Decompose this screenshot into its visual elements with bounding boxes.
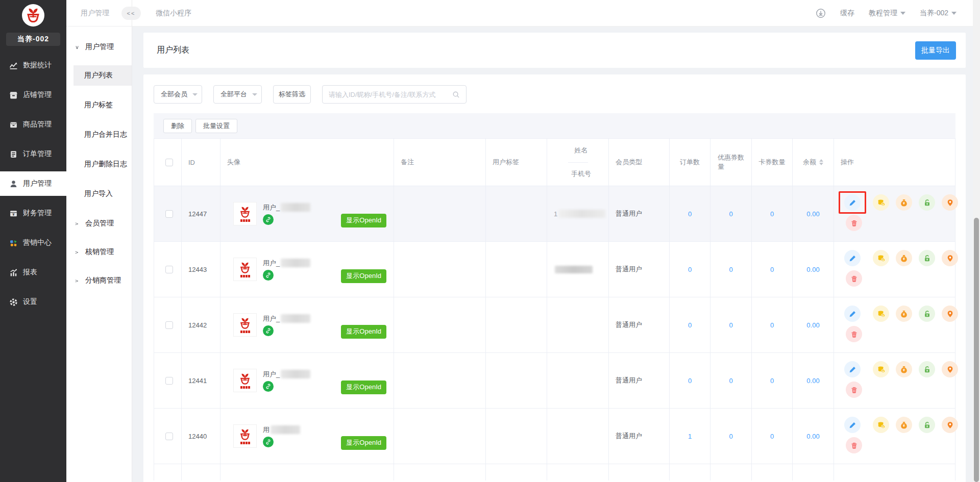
recharge-button[interactable]: ¥ — [873, 250, 889, 266]
link-icon[interactable] — [263, 270, 274, 281]
member-type-select[interactable]: 全部会员 — [154, 85, 202, 104]
cards-count-link[interactable]: 0 — [770, 377, 774, 385]
sidebar-item-reports[interactable]: 报表 — [0, 260, 66, 285]
cards-count-link[interactable]: 0 — [770, 266, 774, 273]
location-button[interactable] — [942, 194, 958, 211]
sidebar-item-finance[interactable]: ¥ 财务管理 — [0, 201, 66, 225]
edit-button[interactable] — [844, 194, 861, 211]
row-checkbox[interactable] — [165, 377, 173, 385]
lock-button[interactable] — [919, 417, 935, 433]
tree-group-distributor-management[interactable]: > 分销商管理 — [66, 270, 132, 291]
row-checkbox[interactable] — [165, 210, 173, 218]
delete-button[interactable] — [846, 437, 862, 453]
show-openid-button[interactable]: 显示OpenId — [341, 436, 386, 450]
edit-button[interactable] — [844, 306, 861, 322]
link-icon[interactable] — [263, 325, 274, 336]
location-button[interactable] — [942, 417, 958, 433]
balance-link[interactable]: 0.00 — [806, 210, 819, 218]
show-openid-button[interactable]: 显示OpenId — [341, 325, 386, 339]
lock-button[interactable] — [919, 306, 935, 322]
orders-count-link[interactable]: 0 — [688, 321, 692, 329]
balance-adjust-button[interactable]: ¥ — [896, 194, 912, 211]
download-button[interactable] — [816, 8, 826, 18]
search-input[interactable] — [329, 91, 452, 98]
avatar — [233, 202, 257, 225]
cards-count-link[interactable]: 0 — [770, 321, 774, 329]
collapse-sidebar-button[interactable]: << — [121, 7, 141, 20]
sidebar-item-orders[interactable]: 订单管理 — [0, 142, 66, 166]
location-button[interactable] — [942, 361, 958, 377]
delete-button[interactable] — [846, 215, 862, 231]
link-icon[interactable] — [263, 381, 274, 392]
lock-button[interactable] — [919, 194, 935, 211]
balance-link[interactable]: 0.00 — [806, 433, 819, 440]
platform-select[interactable]: 全部平台 — [213, 85, 262, 104]
row-checkbox[interactable] — [165, 321, 173, 329]
tree-item-user-merge-log[interactable]: 用户合并日志 — [66, 124, 132, 145]
show-openid-button[interactable]: 显示OpenId — [341, 380, 386, 394]
tutorial-menu[interactable]: 教程管理 — [869, 9, 905, 18]
sidebar-item-goods[interactable]: 商品管理 — [0, 112, 66, 137]
coupons-count-link[interactable]: 0 — [729, 433, 732, 440]
edit-button[interactable] — [844, 417, 861, 433]
balance-link[interactable]: 0.00 — [806, 266, 819, 273]
balance-adjust-button[interactable]: ¥ — [896, 417, 912, 433]
show-openid-button[interactable]: 显示OpenId — [341, 269, 386, 283]
delete-button[interactable] — [846, 326, 862, 342]
cards-count-link[interactable]: 0 — [770, 210, 774, 218]
link-icon[interactable] — [263, 214, 274, 225]
batch-export-button[interactable]: 批量导出 — [915, 41, 956, 60]
tree-group-user-management[interactable]: ∨ 用户管理 — [66, 37, 132, 57]
tree-item-user-import[interactable]: 用户导入 — [66, 184, 132, 204]
balance-link[interactable]: 0.00 — [806, 321, 819, 329]
orders-count-link[interactable]: 1 — [688, 433, 692, 440]
sidebar-item-shop[interactable]: 店铺管理 — [0, 83, 66, 107]
select-all-checkbox[interactable] — [165, 159, 173, 166]
recharge-button[interactable]: ¥ — [873, 194, 889, 211]
recharge-button[interactable]: ¥ — [873, 417, 889, 433]
tag-filter-button[interactable]: 标签筛选 — [273, 85, 311, 104]
tree-group-verification-management[interactable]: > 核销管理 — [66, 242, 132, 262]
coupons-count-link[interactable]: 0 — [729, 321, 732, 329]
scrollbar-thumb[interactable] — [974, 218, 979, 482]
recharge-button[interactable]: ¥ — [873, 306, 889, 322]
delete-button[interactable] — [846, 270, 862, 287]
search-icon[interactable] — [452, 91, 460, 98]
coupons-count-link[interactable]: 0 — [729, 377, 732, 385]
account-menu[interactable]: 当养-002 — [920, 9, 957, 18]
sidebar-item-settings[interactable]: 设置 — [0, 290, 66, 314]
orders-count-link[interactable]: 0 — [688, 210, 692, 218]
balance-adjust-button[interactable]: ¥ — [896, 361, 912, 377]
recharge-button[interactable]: ¥ — [873, 361, 889, 377]
tree-item-user-list[interactable]: 用户列表 — [74, 65, 132, 86]
cards-count-link[interactable]: 0 — [770, 433, 774, 440]
sort-balance-button[interactable] — [819, 159, 823, 165]
row-checkbox[interactable] — [165, 266, 173, 273]
location-button[interactable] — [942, 250, 958, 266]
coupons-count-link[interactable]: 0 — [729, 210, 732, 218]
row-checkbox[interactable] — [165, 433, 173, 440]
show-openid-button[interactable]: 显示OpenId — [341, 214, 386, 227]
sidebar-item-users[interactable]: 用户管理 — [0, 171, 66, 196]
orders-count-link[interactable]: 0 — [688, 266, 692, 273]
link-icon[interactable] — [263, 437, 274, 447]
sidebar-item-stats[interactable]: 数据统计 — [0, 53, 66, 78]
batch-set-button[interactable]: 批量设置 — [195, 119, 237, 133]
delete-button[interactable] — [846, 382, 862, 398]
cache-button[interactable]: 缓存 — [840, 9, 854, 18]
orders-count-link[interactable]: 0 — [688, 377, 692, 385]
edit-button[interactable] — [844, 361, 861, 377]
balance-adjust-button[interactable]: ¥ — [896, 250, 912, 266]
tree-item-user-delete-log[interactable]: 用户删除日志 — [66, 154, 132, 174]
edit-button[interactable] — [844, 250, 861, 266]
location-button[interactable] — [942, 306, 958, 322]
tree-item-user-tags[interactable]: 用户标签 — [66, 95, 132, 115]
coupons-count-link[interactable]: 0 — [729, 266, 732, 273]
lock-button[interactable] — [919, 250, 935, 266]
balance-adjust-button[interactable]: ¥ — [896, 306, 912, 322]
balance-link[interactable]: 0.00 — [806, 377, 819, 385]
sidebar-item-marketing[interactable]: 营销中心 — [0, 231, 66, 255]
delete-selected-button[interactable]: 删除 — [163, 119, 192, 133]
tree-group-member-management[interactable]: > 会员管理 — [66, 213, 132, 234]
lock-button[interactable] — [919, 361, 935, 377]
